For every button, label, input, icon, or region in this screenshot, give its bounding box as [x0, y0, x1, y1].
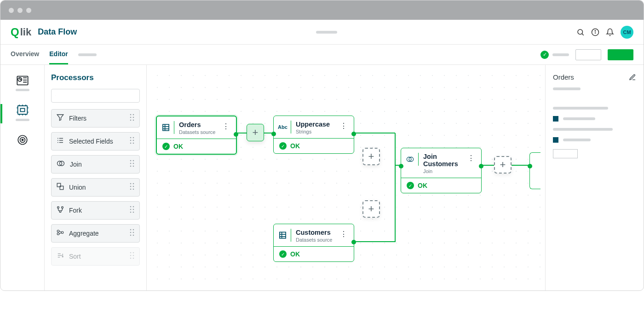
- drag-grip-icon[interactable]: [129, 136, 135, 146]
- svg-point-30: [133, 114, 134, 116]
- table-icon: [278, 229, 291, 242]
- check-circle-icon: ✓: [540, 51, 549, 59]
- output-port[interactable]: [351, 132, 356, 136]
- tab-placeholder: [78, 53, 97, 56]
- drag-grip-icon[interactable]: [129, 113, 135, 123]
- processor-label: Join: [70, 161, 125, 168]
- rail-item-datasets[interactable]: [11, 75, 34, 91]
- edit-icon[interactable]: [629, 74, 636, 81]
- svg-point-86: [130, 252, 132, 254]
- svg-point-72: [57, 230, 59, 232]
- processors-search[interactable]: [51, 89, 140, 103]
- inspector-input[interactable]: [553, 149, 578, 158]
- processor-sort[interactable]: Sort: [51, 247, 140, 266]
- traffic-light-min[interactable]: [17, 8, 23, 13]
- check-circle-icon: ✓: [279, 142, 287, 150]
- node-join-customers[interactable]: Join Customers Join ⋮ ✓ OK: [401, 148, 482, 193]
- node-subtitle: Join: [423, 168, 461, 174]
- add-processor-button[interactable]: +: [494, 156, 512, 174]
- svg-point-89: [133, 255, 134, 256]
- fork-icon: [56, 205, 64, 215]
- node-partial[interactable]: [529, 152, 540, 189]
- node-title: Join Customers: [423, 153, 461, 168]
- node-status: OK: [290, 142, 300, 150]
- svg-point-51: [130, 163, 132, 164]
- user-avatar[interactable]: CM: [621, 26, 633, 39]
- search-icon: [55, 93, 56, 99]
- traffic-light-close[interactable]: [9, 8, 14, 13]
- svg-point-64: [62, 207, 63, 209]
- processor-fork[interactable]: Fork: [51, 201, 140, 220]
- page-title: Data Flow: [38, 27, 77, 37]
- svg-point-80: [133, 232, 134, 233]
- add-processor-button[interactable]: +: [362, 200, 380, 218]
- node-menu-icon[interactable]: ⋮: [338, 121, 349, 131]
- svg-point-60: [133, 186, 134, 187]
- input-port[interactable]: [271, 132, 276, 136]
- drag-grip-icon[interactable]: [129, 251, 135, 261]
- output-port[interactable]: [351, 240, 356, 244]
- node-menu-icon[interactable]: ⋮: [220, 121, 231, 132]
- check-circle-icon: ✓: [162, 143, 170, 150]
- svg-point-57: [130, 183, 132, 185]
- svg-point-87: [133, 252, 134, 254]
- processor-join[interactable]: Join: [51, 155, 140, 174]
- processor-selected-fields[interactable]: Selected Fields: [51, 132, 140, 151]
- search-icon[interactable]: [576, 28, 585, 36]
- inspector-subtitle-ph: [553, 87, 581, 90]
- node-customers[interactable]: Customers Datasets source ⋮ ✓ OK: [273, 224, 354, 262]
- input-port[interactable]: [399, 164, 403, 168]
- search-input[interactable]: [58, 93, 136, 99]
- secondary-button[interactable]: [575, 49, 601, 60]
- svg-point-43: [130, 140, 132, 141]
- add-processor-inline[interactable]: +: [247, 124, 264, 141]
- flow-canvas[interactable]: Orders Datasets source ⋮ ✓ OK + Abc: [147, 65, 545, 290]
- node-subtitle: Strings: [296, 129, 330, 134]
- svg-point-88: [130, 255, 132, 256]
- bell-icon[interactable]: [606, 28, 614, 36]
- processor-union[interactable]: Union: [51, 178, 140, 197]
- node-menu-icon[interactable]: ⋮: [338, 229, 349, 239]
- traffic-light-max[interactable]: [26, 8, 31, 13]
- node-status: OK: [173, 143, 183, 150]
- svg-point-4: [595, 30, 596, 31]
- drag-grip-icon[interactable]: [129, 228, 135, 238]
- svg-point-41: [130, 137, 132, 139]
- inspector-label-ph: [563, 117, 595, 120]
- output-port[interactable]: [234, 132, 238, 137]
- node-uppercase[interactable]: Abc Uppercase Strings ⋮ ✓ OK: [273, 116, 354, 154]
- node-menu-icon[interactable]: ⋮: [466, 153, 477, 163]
- rail-item-targets[interactable]: [11, 134, 34, 151]
- processor-label: Filters: [69, 115, 125, 122]
- processor-label: Aggregate: [69, 230, 125, 237]
- node-orders[interactable]: Orders Datasets source ⋮ ✓ OK: [156, 116, 237, 155]
- processor-label: Fork: [69, 207, 125, 214]
- svg-point-45: [130, 143, 132, 144]
- add-processor-button[interactable]: +: [362, 148, 380, 165]
- brand-logo: Qlik: [11, 26, 31, 39]
- svg-point-81: [130, 235, 132, 236]
- tab-overview[interactable]: Overview: [11, 45, 39, 64]
- drag-grip-icon[interactable]: [129, 205, 135, 215]
- inspector-line-ph: [553, 107, 608, 110]
- fields-icon: [56, 136, 64, 146]
- logo-q: Q: [11, 26, 19, 39]
- output-port[interactable]: [479, 164, 483, 168]
- primary-button[interactable]: [608, 49, 633, 60]
- input-port[interactable]: [528, 164, 532, 168]
- processor-label: Union: [69, 184, 125, 191]
- node-status: OK: [418, 182, 427, 189]
- processor-filters[interactable]: Filters: [51, 109, 140, 128]
- rail-item-processors[interactable]: [11, 104, 34, 121]
- svg-point-58: [133, 183, 134, 185]
- drag-grip-icon[interactable]: [129, 182, 135, 192]
- tab-editor[interactable]: Editor: [49, 45, 68, 64]
- processor-aggregate[interactable]: Aggregate: [51, 224, 140, 243]
- svg-point-52: [133, 163, 134, 164]
- node-title: Customers: [296, 229, 332, 236]
- info-icon[interactable]: [591, 28, 599, 36]
- app-header: Qlik Data Flow CM: [0, 20, 644, 45]
- svg-point-78: [133, 229, 134, 231]
- svg-point-49: [130, 160, 132, 162]
- drag-grip-icon[interactable]: [129, 159, 135, 169]
